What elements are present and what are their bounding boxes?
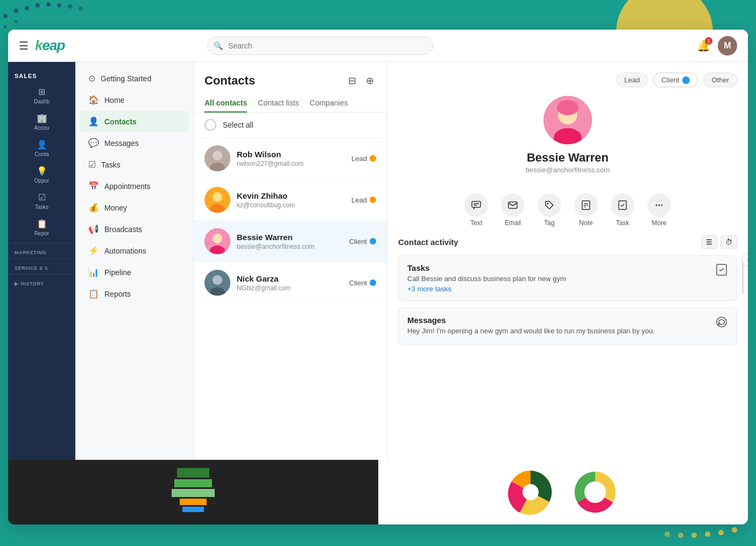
select-all-checkbox[interactable] <box>204 119 216 131</box>
user-avatar[interactable]: M <box>718 36 737 55</box>
contact-item-nick[interactable]: Nick Garza NGbiz@gmail.com Client <box>194 262 387 304</box>
action-btn-note[interactable]: Note <box>574 193 598 227</box>
sidebar-item-appointments[interactable]: 📅 Appointments <box>80 176 189 197</box>
svg-point-37 <box>547 203 549 205</box>
svg-point-2 <box>25 6 29 10</box>
text-btn-label: Text <box>470 219 482 227</box>
avatar-nick <box>204 270 230 296</box>
svg-point-58 <box>584 481 606 503</box>
status-dot-bessie <box>370 238 376 244</box>
sidebar-item-contacts[interactable]: 👤 Conta <box>8 135 75 162</box>
svg-rect-51 <box>180 499 207 505</box>
svg-point-27 <box>213 275 222 285</box>
avatar-initials: M <box>724 41 731 51</box>
top-bar-right: 🔔 1 M <box>697 36 737 55</box>
action-btn-more[interactable]: More <box>647 193 671 227</box>
action-btn-text[interactable]: Text <box>464 193 488 227</box>
tasks-card-icon <box>715 263 728 279</box>
contact-email-rob: rwilson227@gmail.com <box>237 160 345 167</box>
service-label: SERVICE & S <box>8 261 75 272</box>
tasks-card-content: Tasks Call Bessie and discuss business p… <box>407 263 566 293</box>
sidebar-divider-1 <box>8 243 75 243</box>
dashboard-icon: ⊞ <box>38 87 45 97</box>
sidebar-item-label: Broadcasts <box>104 225 142 234</box>
sidebar-item-money[interactable]: 💰 Money <box>80 197 189 218</box>
contact-detail-panel: Lead Client Other <box>387 62 748 460</box>
sidebar-item-home[interactable]: 🏠 Home <box>80 89 189 110</box>
sidebar-item-opportunities[interactable]: 💡 Oppor <box>8 162 75 188</box>
svg-rect-36 <box>508 202 517 208</box>
sidebar-item-reports[interactable]: 📋 Repor <box>8 214 75 241</box>
status-dot-rob <box>370 155 376 162</box>
sidebar-item-dashboard[interactable]: ⊞ Dashb <box>8 82 75 109</box>
activity-title: Contact activity <box>398 237 458 247</box>
svg-point-43 <box>656 205 658 206</box>
notifications-button[interactable]: 🔔 1 <box>697 39 710 52</box>
avatar-bessie <box>204 228 230 254</box>
svg-point-17 <box>213 151 222 160</box>
pie-chart-container <box>378 460 748 524</box>
select-all-row: Select all <box>194 113 387 138</box>
select-all-label: Select all <box>223 121 253 129</box>
top-bar: ☰ keap 🔍 🔔 1 M <box>8 30 748 62</box>
search-input[interactable] <box>207 37 433 55</box>
add-contact-button[interactable]: ⊕ <box>364 73 376 89</box>
status-badge-nick: Client <box>349 279 376 287</box>
tasks-nav-icon: ☑ <box>88 159 96 170</box>
contacts-icon: 👤 <box>37 139 47 150</box>
bg-dots-top <box>0 0 161 32</box>
sidebar-item-label: Conta <box>34 151 49 157</box>
sidebar-item-tasks[interactable]: ☑ Tasks <box>80 154 189 175</box>
sidebar-item-messages[interactable]: 💬 Messages <box>80 132 189 153</box>
avatar-image-rob <box>204 145 230 171</box>
sidebar-item-tasks[interactable]: ☑ Tasks <box>8 188 75 214</box>
contact-item-rob[interactable]: Rob Wilson rwilson227@gmail.com Lead <box>194 138 387 179</box>
sidebar-item-automations[interactable]: ⚡ Automations <box>80 240 189 261</box>
action-btn-email[interactable]: Email <box>501 193 525 227</box>
tab-all-contacts[interactable]: All contacts <box>204 94 247 113</box>
hamburger-icon[interactable]: ☰ <box>19 39 29 52</box>
contacts-header: Contacts ⊟ ⊕ <box>194 62 387 94</box>
time-view-button[interactable]: ⏱ <box>720 235 737 249</box>
svg-point-25 <box>213 234 222 243</box>
history-label[interactable]: ▶ HISTORY <box>15 279 69 289</box>
action-btn-task[interactable]: Task <box>611 193 634 227</box>
contact-email-nick: NGbiz@gmail.com <box>237 284 343 292</box>
sidebar-item-label: Automations <box>104 247 146 255</box>
list-view-button[interactable]: ☰ <box>701 235 717 249</box>
tab-companies[interactable]: Companies <box>310 94 348 113</box>
automations-icon: ⚡ <box>88 246 99 256</box>
svg-line-53 <box>174 478 177 479</box>
sidebar-item-broadcasts[interactable]: 📢 Broadcasts <box>80 219 189 240</box>
contact-item-bessie[interactable]: Bessie Warren bessie@anchorfitness.com C… <box>194 221 387 262</box>
contacts-title: Contacts <box>204 74 255 88</box>
sidebar-item-reports[interactable]: 📋 Reports <box>80 283 189 304</box>
sidebar-item-accounts[interactable]: 🏢 Accou <box>8 109 75 135</box>
tasks-activity-card: Tasks Call Bessie and discuss business p… <box>398 255 737 301</box>
svg-point-3 <box>36 3 40 8</box>
svg-point-56 <box>522 484 539 500</box>
filter-button[interactable]: ⊟ <box>346 73 358 89</box>
sidebar-item-contacts[interactable]: 👤 Contacts <box>80 111 189 132</box>
more-tasks-link[interactable]: +3 more tasks <box>407 285 566 293</box>
sidebar-item-pipeline[interactable]: 📊 Pipeline <box>80 262 189 283</box>
sidebar-item-label: Home <box>104 96 124 104</box>
main-content: SALES ⊞ Dashb 🏢 Accou 👤 Conta 💡 Oppor ☑ … <box>8 62 748 460</box>
svg-point-8 <box>4 25 7 29</box>
reports-icon: 📋 <box>37 219 47 229</box>
sidebar-item-getting-started[interactable]: ⊙ Getting Started <box>80 68 189 89</box>
tab-contact-lists[interactable]: Contact lists <box>258 94 299 113</box>
toggle-other[interactable]: Other <box>703 73 737 87</box>
bottom-charts-section <box>8 460 748 524</box>
text-icon <box>464 193 488 217</box>
status-label-nick: Client <box>349 279 367 287</box>
action-btn-tag[interactable]: Tag <box>538 193 561 227</box>
sidebar-item-label: Accou <box>34 125 50 131</box>
toggle-client[interactable]: Client <box>653 73 698 87</box>
sales-label: SALES <box>8 67 75 82</box>
sidebar-item-label: Reports <box>104 290 131 298</box>
activity-header: Contact activity ☰ ⏱ <box>398 235 737 249</box>
toggle-lead[interactable]: Lead <box>616 73 648 87</box>
contact-item-kevin[interactable]: Kevin Zhihao kz@consultbug.com Lead <box>194 179 387 221</box>
svg-rect-33 <box>472 201 481 207</box>
